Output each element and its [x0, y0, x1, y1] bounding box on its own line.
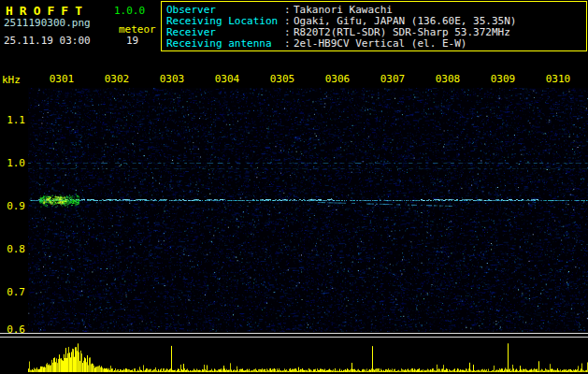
echo-count: 19 [126, 35, 138, 47]
time-axis-label: 0302 [98, 73, 136, 85]
info-row-antenna: Receiving antenna : 2el-HB9CV Vertical (… [166, 38, 586, 50]
freq-axis-label: 0.8 [0, 243, 25, 255]
time-axis-label: 0310 [539, 73, 577, 85]
time-axis-label: 0303 [153, 73, 191, 85]
info-separator: : [284, 38, 294, 50]
hrofft-window: HROFFT 1.0.0 2511190300.png meteor 25.11… [0, 0, 588, 374]
info-value: 2el-HB9CV Vertical (el. E-W) [294, 38, 466, 50]
station-info-box: Observer : Takanori Kawachi Receiving Lo… [161, 1, 587, 51]
level-strip-canvas [28, 339, 588, 372]
freq-axis-unit: kHz [2, 74, 21, 86]
freq-axis-label: 0.6 [0, 324, 25, 336]
separator-line-upper [0, 333, 588, 334]
observation-datetime: 25.11.19 03:00 [4, 35, 91, 47]
spectrogram-canvas [28, 88, 588, 332]
time-axis-label: 0309 [484, 73, 522, 85]
freq-axis-label: 0.9 [0, 200, 25, 212]
time-axis-label: 0307 [374, 73, 411, 85]
output-filename: 2511190300.png [4, 17, 91, 29]
time-axis-label: 0301 [43, 73, 80, 85]
time-axis-label: 0304 [208, 73, 246, 85]
freq-axis-label: 1.1 [0, 114, 25, 126]
separator-line-lower [0, 337, 588, 338]
freq-axis-label: 0.7 [0, 286, 25, 298]
app-version: 1.0.0 [114, 5, 145, 17]
info-label: Receiving antenna [166, 38, 284, 50]
freq-axis-label: 1.0 [0, 157, 25, 169]
time-axis-label: 0305 [264, 73, 301, 85]
time-axis-label: 0306 [319, 73, 356, 85]
time-axis-label: 0308 [429, 73, 466, 85]
app-title: HROFFT [6, 4, 89, 18]
